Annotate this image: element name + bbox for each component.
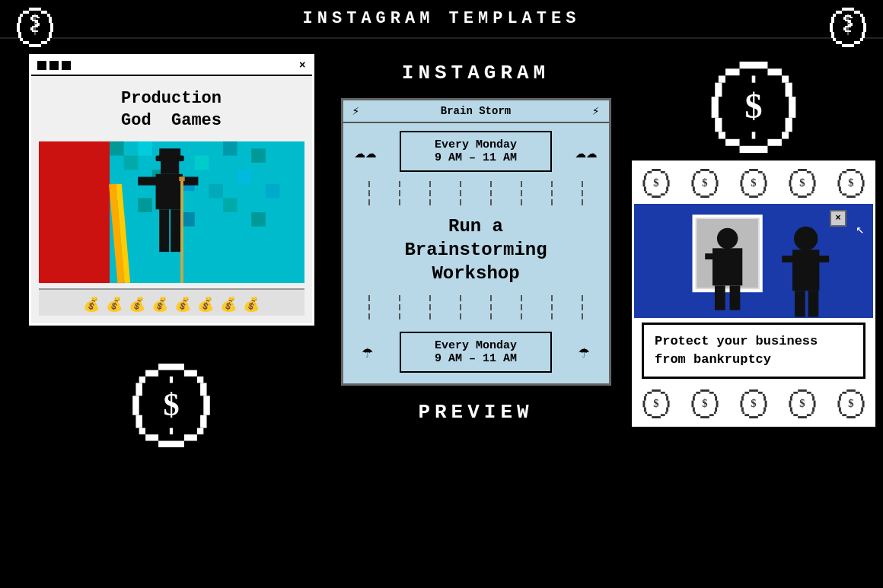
- svg-rect-290: [793, 392, 798, 394]
- svg-rect-268: [700, 416, 709, 418]
- svg-rect-0: [29, 8, 41, 11]
- svg-rect-35: [831, 17, 834, 23]
- protect-text-box: Protect your business from bankruptcy: [642, 323, 865, 379]
- close-overlay-button[interactable]: ×: [830, 210, 846, 227]
- bottom-dollar-4: $: [788, 389, 817, 418]
- svg-rect-301: [811, 412, 814, 414]
- top-dollar-1: $: [642, 169, 671, 198]
- svg-rect-245: [666, 407, 668, 412]
- svg-rect-86: [159, 209, 169, 252]
- money-bags-row: 💰 💰 💰 💰 💰 💰 💰 💰: [39, 288, 304, 316]
- schedule-box-top: Every Monday 9 AM – 11 AM: [400, 131, 552, 172]
- svg-rect-319: [860, 412, 862, 414]
- svg-rect-171: [741, 176, 744, 180]
- svg-rect-299: [812, 407, 814, 412]
- schedule-bottom-time: 9 AM – 11 AM: [413, 352, 538, 365]
- svg-rect-204: [856, 171, 860, 173]
- svg-text:$: $: [702, 397, 707, 409]
- svg-rect-230: [792, 250, 819, 291]
- svg-rect-27: [30, 29, 33, 30]
- svg-rect-91: [145, 370, 158, 377]
- svg-rect-112: [767, 68, 781, 75]
- svg-rect-202: [846, 169, 856, 171]
- svg-rect-314: [837, 400, 840, 407]
- svg-rect-302: [793, 414, 798, 416]
- money-bag-2: 💰: [106, 296, 123, 313]
- svg-rect-291: [807, 392, 811, 394]
- svg-rect-11: [20, 38, 23, 41]
- svg-rect-162: [709, 193, 714, 195]
- svg-rect-313: [861, 396, 863, 400]
- money-bag-8: 💰: [243, 296, 260, 313]
- svg-rect-14: [41, 41, 47, 44]
- svg-rect-154: [715, 176, 717, 180]
- svg-rect-207: [839, 176, 841, 180]
- svg-rect-316: [839, 407, 841, 412]
- svg-rect-208: [861, 176, 863, 180]
- window-close-button[interactable]: ×: [299, 59, 305, 72]
- window-dots: [37, 61, 71, 70]
- svg-rect-103: [145, 434, 158, 440]
- svg-rect-272: [744, 392, 749, 394]
- svg-rect-70: [222, 141, 237, 156]
- svg-rect-31: [836, 11, 842, 14]
- svg-rect-87: [171, 209, 180, 252]
- svg-text:$: $: [751, 176, 756, 189]
- svg-rect-286: [749, 416, 758, 418]
- svg-rect-94: [197, 377, 203, 383]
- svg-point-229: [794, 227, 818, 250]
- svg-rect-139: [644, 186, 646, 191]
- svg-rect-199: [798, 195, 807, 198]
- svg-rect-20: [30, 18, 33, 20]
- svg-rect-153: [693, 176, 695, 180]
- svg-rect-63: [123, 156, 138, 170]
- svg-rect-264: [693, 412, 696, 414]
- window-body: ProductionGod Games: [31, 76, 312, 323]
- svg-rect-318: [840, 412, 842, 414]
- svg-rect-321: [856, 414, 860, 416]
- svg-rect-233: [795, 291, 805, 316]
- cloud-right-icon: ☁☁: [575, 141, 598, 163]
- svg-rect-62: [110, 141, 124, 156]
- svg-rect-315: [862, 400, 865, 407]
- svg-rect-163: [700, 195, 709, 198]
- svg-rect-136: [666, 176, 668, 180]
- svg-rect-224: [712, 248, 742, 285]
- main-content: × ProductionGod Games: [0, 39, 883, 466]
- svg-rect-129: [752, 132, 756, 138]
- svg-rect-186: [807, 171, 811, 173]
- svg-rect-141: [645, 191, 647, 193]
- svg-rect-253: [700, 389, 709, 392]
- svg-rect-115: [715, 83, 722, 97]
- svg-rect-210: [862, 180, 865, 187]
- svg-rect-59: [847, 14, 849, 35]
- svg-rect-282: [742, 412, 744, 414]
- svg-rect-205: [840, 173, 842, 176]
- svg-rect-197: [793, 193, 798, 195]
- svg-rect-192: [814, 180, 816, 187]
- svg-rect-194: [812, 186, 814, 191]
- svg-rect-278: [740, 400, 742, 407]
- svg-rect-187: [791, 173, 793, 176]
- svg-text:$: $: [848, 176, 853, 189]
- svg-rect-123: [725, 139, 739, 146]
- svg-rect-262: [693, 407, 695, 412]
- svg-rect-307: [846, 389, 856, 392]
- svg-rect-82: [161, 160, 179, 174]
- svg-rect-275: [763, 393, 765, 396]
- svg-rect-256: [693, 393, 696, 396]
- svg-rect-279: [765, 400, 767, 407]
- header-dollar-icon-left: [15, 8, 55, 51]
- svg-rect-295: [812, 396, 814, 400]
- svg-rect-247: [665, 412, 668, 414]
- svg-rect-193: [790, 186, 792, 191]
- svg-rect-317: [861, 407, 863, 412]
- money-bag-5: 💰: [174, 296, 191, 313]
- svg-rect-50: [843, 18, 846, 20]
- svg-rect-175: [741, 186, 744, 191]
- svg-rect-111: [725, 68, 739, 75]
- svg-rect-41: [833, 38, 836, 41]
- svg-rect-128: [752, 75, 756, 82]
- svg-rect-296: [789, 400, 791, 407]
- page-title: INSTAGRAM TEMPLATES: [303, 9, 581, 28]
